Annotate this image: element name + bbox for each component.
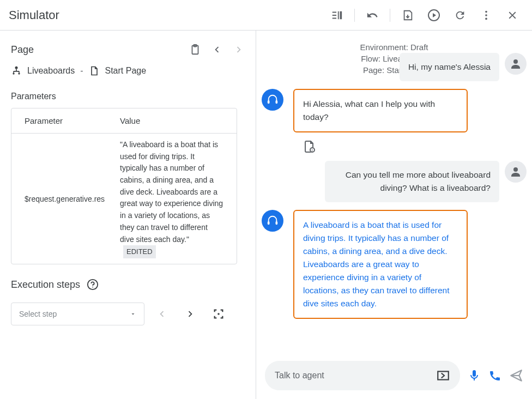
close-icon[interactable] — [501, 4, 523, 26]
chat-area: Environment: Draft Flow: Liveaboards Pag… — [262, 39, 527, 359]
svg-rect-14 — [276, 100, 278, 104]
next-icon[interactable] — [233, 44, 245, 56]
param-value-text: "A liveaboard is a boat that is used for… — [120, 140, 223, 244]
breadcrumb-separator: - — [80, 66, 83, 76]
input-row: Talk to agent — [262, 359, 527, 392]
meta-environment: Environment: Draft — [262, 41, 527, 53]
svg-text:i: i — [312, 148, 313, 153]
select-placeholder: Select step — [19, 310, 57, 318]
execution-steps-header: Execution steps — [11, 279, 245, 291]
param-value: "A liveaboard is a boat that is used for… — [120, 139, 223, 258]
svg-point-8 — [18, 72, 20, 74]
parameters-table: Parameter Value $request.generative.res … — [11, 108, 237, 264]
param-name: $request.generative.res — [25, 195, 120, 203]
flow-icon — [11, 65, 22, 76]
svg-point-3 — [485, 17, 487, 20]
user-message-bubble: Hi, my name's Alessia — [400, 53, 499, 81]
chevron-down-icon — [130, 311, 136, 317]
clipboard-icon[interactable] — [189, 44, 201, 56]
step-prev-icon[interactable] — [151, 303, 173, 325]
prev-icon[interactable] — [211, 44, 223, 56]
table-header: Parameter Value — [11, 108, 237, 134]
agent-message-bubble: A liveaboard is a boat that is used for … — [293, 210, 468, 319]
divider — [354, 9, 355, 22]
page-icon — [89, 65, 100, 76]
header-parameter: Parameter — [25, 116, 120, 125]
mic-icon[interactable] — [468, 369, 481, 382]
svg-point-2 — [485, 14, 487, 16]
user-avatar — [505, 161, 527, 183]
breadcrumb: Liveaboards - Start Page — [11, 65, 245, 76]
user-message-bubble: Can you tell me more about liveaboard di… — [325, 161, 499, 202]
svg-rect-21 — [438, 371, 449, 379]
chat-input[interactable]: Talk to agent — [265, 361, 460, 390]
step-selector[interactable]: Select step — [11, 303, 144, 325]
document-context-icon[interactable]: i — [303, 140, 527, 153]
svg-rect-13 — [268, 100, 270, 104]
edited-badge: EDITED — [123, 245, 156, 258]
send-icon[interactable] — [509, 368, 523, 383]
undo-icon[interactable] — [361, 4, 383, 26]
svg-point-10 — [92, 287, 93, 288]
agent-message-bubble: Hi Alessia, what can I help you with tod… — [293, 89, 468, 132]
save-icon[interactable] — [397, 4, 419, 26]
user-avatar — [505, 53, 527, 75]
execution-row: Select step — [11, 303, 245, 325]
input-placeholder: Talk to agent — [275, 371, 324, 380]
agent-message-row: A liveaboard is a boat that is used for … — [262, 210, 527, 319]
right-panel: Environment: Draft Flow: Liveaboards Pag… — [256, 31, 532, 399]
svg-point-11 — [217, 313, 220, 315]
phone-icon[interactable] — [488, 369, 501, 382]
page-section-actions — [189, 44, 245, 56]
table-row[interactable]: $request.generative.res "A liveaboard is… — [11, 134, 237, 264]
context-icon-row: i — [303, 140, 527, 153]
agent-avatar — [262, 210, 283, 232]
step-next-icon[interactable] — [179, 303, 201, 325]
help-icon[interactable] — [87, 279, 99, 291]
user-message-row: Can you tell me more about liveaboard di… — [262, 161, 527, 202]
more-icon[interactable] — [475, 4, 497, 26]
svg-point-18 — [513, 167, 518, 172]
svg-point-12 — [513, 59, 518, 64]
svg-point-7 — [13, 72, 14, 74]
reset-icon[interactable] — [449, 4, 471, 26]
page-section-title: Page — [11, 44, 34, 56]
agent-message-row: Hi Alessia, what can I help you with tod… — [262, 89, 527, 132]
svg-point-6 — [15, 66, 18, 69]
execution-steps-title: Execution steps — [11, 279, 80, 291]
svg-rect-19 — [268, 221, 270, 225]
play-icon[interactable] — [423, 4, 445, 26]
topbar: Simulator — [0, 0, 532, 31]
panel-toggle-icon[interactable] — [326, 4, 348, 26]
focus-icon[interactable] — [208, 303, 229, 325]
main: Page Liveaboards - Start — [0, 31, 532, 399]
left-panel: Page Liveaboards - Start — [0, 31, 256, 399]
app-title: Simulator — [9, 8, 59, 22]
submit-icon[interactable] — [436, 368, 450, 383]
header-value: Value — [120, 116, 140, 125]
breadcrumb-flow[interactable]: Liveaboards — [27, 66, 75, 76]
divider — [390, 9, 390, 22]
agent-avatar — [262, 89, 283, 111]
parameters-title: Parameters — [11, 92, 245, 101]
svg-rect-20 — [276, 221, 278, 225]
svg-point-1 — [485, 10, 487, 13]
page-section-header: Page — [11, 44, 245, 56]
topbar-actions — [326, 4, 523, 26]
breadcrumb-page[interactable]: Start Page — [105, 66, 147, 76]
